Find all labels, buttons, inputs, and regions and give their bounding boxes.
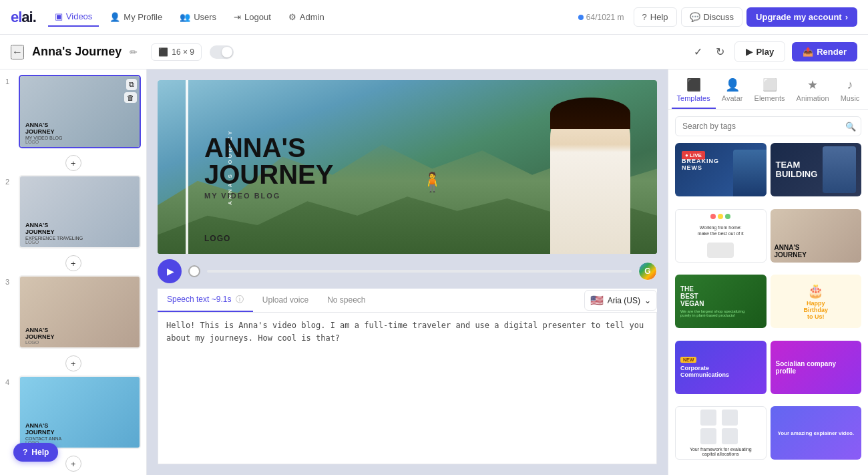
top-nav: elai. ▣ Videos 👤 My Profile 👥 Users ⇥ Lo… xyxy=(0,0,868,35)
framework-text: Your framework for evaluatingcapital all… xyxy=(690,447,752,456)
template-card[interactable]: THEBESTVEGAN We are the largest shop spe… xyxy=(675,275,767,328)
aspect-ratio-button[interactable]: ⬛ 16 × 9 xyxy=(151,43,202,61)
sub-header: ← Anna's Journey ✏ ⬛ 16 × 9 ✓ ↻ ▶ Play 📤… xyxy=(0,35,868,69)
template-card[interactable]: Working from home:make the best out of i… xyxy=(675,209,767,263)
canvas-white-bar xyxy=(186,80,188,254)
canvas-title-block: ANNA'S JOURNEY MY VIDEO BLOG xyxy=(204,134,333,200)
elements-icon: ⬜ xyxy=(763,77,777,92)
bday-icon: 🎂 xyxy=(807,283,824,299)
chevron-down-icon: ⌄ xyxy=(644,296,651,305)
slide-copy-icon[interactable]: ⧉ xyxy=(126,79,137,90)
journey2-text: ANNA'SJOURNEY xyxy=(775,244,807,259)
tab-music[interactable]: ♪ Music xyxy=(835,75,865,109)
slide-add-control[interactable]: + xyxy=(5,355,141,371)
tab-elements[interactable]: ⬜ Elements xyxy=(749,75,791,109)
template-card[interactable]: ANNA'SJOURNEY xyxy=(771,209,862,263)
nav-item-users[interactable]: 👥 Users xyxy=(173,8,223,26)
slide-number: 1 xyxy=(5,75,15,86)
play-icon: ▶ xyxy=(746,47,752,57)
tab-avatar[interactable]: 👤 Avatar xyxy=(716,75,748,109)
corp-title: CorporateCommunications xyxy=(680,365,761,378)
progress-dot[interactable] xyxy=(188,265,200,277)
social-title: Socialian companyprofile xyxy=(776,360,857,375)
work-from-home-text: Working from home:make the best out of i… xyxy=(698,224,744,238)
profile-icon: 👤 xyxy=(110,12,120,22)
nav-item-admin[interactable]: ⚙ Admin xyxy=(282,8,331,26)
slide-add-control[interactable]: + xyxy=(5,255,141,271)
canvas-area: ANNA'S JOURNEY ANNA'S JOURNEY MY VIDEO B… xyxy=(147,69,668,475)
info-icon: ⓘ xyxy=(236,295,244,304)
play-circle-button[interactable]: ▶ xyxy=(158,259,182,283)
tab-templates[interactable]: ⬛ Templates xyxy=(672,75,716,109)
new-badge: NEW xyxy=(680,357,696,363)
logout-icon: ⇥ xyxy=(234,12,241,22)
play-button[interactable]: ▶ Play xyxy=(734,41,785,62)
template-card[interactable]: ● LIVE BREAKINGNEWS xyxy=(675,143,767,196)
template-card[interactable]: Socialian companyprofile xyxy=(771,341,862,394)
help-button[interactable]: ? Help xyxy=(634,7,677,27)
help-icon: ? xyxy=(642,12,647,22)
refresh-icon[interactable]: ↻ xyxy=(712,42,728,61)
voice-selector[interactable]: 🇺🇸 Aria (US) ⌄ xyxy=(584,290,657,311)
search-box: 🔍 xyxy=(675,116,861,136)
help-bubble-icon: ? xyxy=(23,448,27,457)
animation-icon: ★ xyxy=(807,77,818,92)
aspect-icon: ⬛ xyxy=(158,47,168,57)
slide-number: 4 xyxy=(5,375,15,386)
avatar-icon: 👤 xyxy=(725,77,740,92)
nav-item-profile[interactable]: 👤 My Profile xyxy=(103,8,169,26)
list-item[interactable]: 1 ⧉ 🗑 ANNA'SJOURNEY MY VIDEO BLOG LOGO xyxy=(5,75,141,148)
templates-icon: ⬛ xyxy=(686,77,701,92)
template-card[interactable]: Your amazing explainer video. xyxy=(771,406,862,460)
discuss-icon: 💬 xyxy=(690,12,700,22)
right-panel: ⬛ Templates 👤 Avatar ⬜ Elements ★ Animat… xyxy=(668,69,868,475)
search-input[interactable] xyxy=(675,116,861,136)
presenter-area: 🧍 xyxy=(407,80,657,254)
template-card[interactable]: TEAMBUILDING xyxy=(771,143,862,196)
help-bubble[interactable]: ? Help xyxy=(13,443,58,462)
slides-panel: 1 ⧉ 🗑 ANNA'SJOURNEY MY VIDEO BLOG LOGO +… xyxy=(0,69,147,475)
progress-bar[interactable] xyxy=(207,270,632,273)
edit-title-icon[interactable]: ✏ xyxy=(130,47,138,57)
google-icon: G xyxy=(638,262,657,281)
template-card[interactable]: 🎂 HappyBirthdayto Us! xyxy=(771,275,862,328)
templates-grid: ● LIVE BREAKINGNEWS TEAMBUILDING Working… xyxy=(668,143,868,475)
toggle-switch[interactable] xyxy=(210,45,234,59)
team-building-text: TEAMBUILDING xyxy=(776,160,818,180)
users-icon: 👥 xyxy=(180,12,190,22)
nav-item-videos[interactable]: ▣ Videos xyxy=(48,7,99,27)
slide-number: 3 xyxy=(5,275,15,286)
framework-icons xyxy=(700,410,740,444)
tab-no-speech[interactable]: No speech xyxy=(318,290,375,311)
slide-add-control[interactable]: + xyxy=(5,155,141,171)
slide-number: 2 xyxy=(5,175,15,186)
canvas-controls: ▶ G xyxy=(158,254,657,289)
flag-icon: 🇺🇸 xyxy=(590,294,604,307)
video-icon: ▣ xyxy=(55,11,63,21)
vegan-title: THEBESTVEGAN xyxy=(680,285,761,307)
tab-animation[interactable]: ★ Animation xyxy=(791,75,835,109)
canvas-logo: LOGO xyxy=(204,234,230,243)
list-item[interactable]: 3 ANNA'SJOURNEY LOGO xyxy=(5,275,141,349)
slide-delete-icon[interactable]: 🗑 xyxy=(124,92,137,103)
back-button[interactable]: ← xyxy=(11,45,24,59)
tab-upload-voice[interactable]: Upload voice xyxy=(253,290,318,311)
template-card[interactable]: Your framework for evaluatingcapital all… xyxy=(675,406,767,460)
vegan-sub: We are the largest shop specializingpure… xyxy=(680,309,761,317)
discuss-button[interactable]: 💬 Discuss xyxy=(681,7,743,27)
person-silhouette xyxy=(733,150,767,196)
check-icon[interactable]: ✓ xyxy=(690,42,706,61)
speech-textarea[interactable]: Hello! This is Anna's video blog. I am a… xyxy=(158,313,657,464)
arrow-right-icon: › xyxy=(845,12,848,22)
render-icon: 📤 xyxy=(803,47,813,57)
team-person xyxy=(823,146,856,193)
canvas-frame[interactable]: ANNA'S JOURNEY ANNA'S JOURNEY MY VIDEO B… xyxy=(158,80,657,254)
office-header xyxy=(710,214,730,219)
render-button[interactable]: 📤 Render xyxy=(792,42,857,61)
list-item[interactable]: 2 ANNA'SJOURNEY EXPERIENCE TRAVELING LOG… xyxy=(5,175,141,249)
template-card[interactable]: NEW CorporateCommunications xyxy=(675,341,767,394)
nav-item-logout[interactable]: ⇥ Logout xyxy=(227,8,278,26)
tab-speech-text[interactable]: Speech text ~9.1s ⓘ xyxy=(158,289,253,312)
list-item[interactable]: 4 ANNA'SJOURNEY CONTACT ANNA LOGO xyxy=(5,375,141,449)
upgrade-button[interactable]: Upgrade my account › xyxy=(746,7,857,27)
